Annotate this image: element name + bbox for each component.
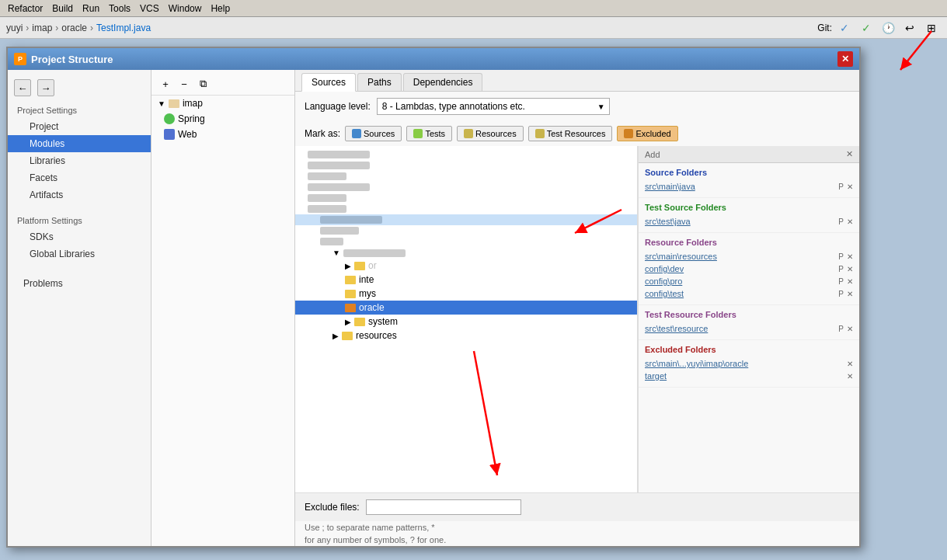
git-check-btn[interactable]: ✓ [835, 19, 854, 37]
breadcrumb-sep3: › [90, 23, 93, 33]
menu-window[interactable]: Window [169, 3, 202, 14]
breadcrumb-item-imap[interactable]: imap [32, 23, 52, 33]
breadcrumb-item-oracle[interactable]: oracle [61, 23, 87, 33]
git-clock-btn[interactable]: 🕐 [879, 19, 897, 37]
menu-run[interactable]: Run [82, 3, 99, 14]
menu-vcs[interactable]: VCS [140, 3, 159, 14]
breadcrumb-item-yuyi[interactable]: yuyi [6, 23, 23, 33]
git-menu-btn[interactable]: ⊞ [922, 19, 941, 37]
menu-build[interactable]: Build [52, 3, 73, 14]
git-green-check-btn[interactable]: ✓ [857, 19, 876, 37]
menu-bar: Refactor Build Run Tools VCS Window Help [0, 0, 947, 17]
git-label: Git: [817, 23, 832, 33]
breadcrumb-item-file[interactable]: TestImpl.java [96, 23, 151, 33]
breadcrumb-sep: › [26, 23, 29, 33]
breadcrumb-sep2: › [55, 23, 58, 33]
menu-refactor[interactable]: Refactor [8, 3, 43, 14]
menu-tools[interactable]: Tools [109, 3, 131, 14]
git-toolbar: Git: ✓ ✓ 🕐 ↩ ⊞ [817, 19, 941, 37]
menu-help[interactable]: Help [211, 3, 230, 14]
git-undo-btn[interactable]: ↩ [900, 19, 919, 37]
breadcrumb: yuyi › imap › oracle › TestImpl.java Git… [0, 17, 947, 39]
